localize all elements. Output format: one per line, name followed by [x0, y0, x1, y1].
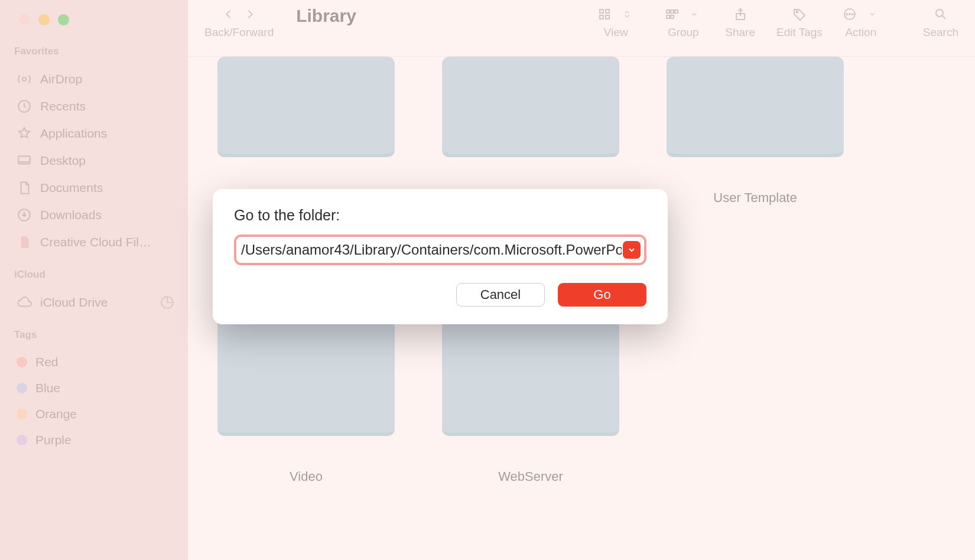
go-button[interactable]: Go: [558, 283, 646, 307]
path-field[interactable]: [234, 235, 646, 265]
expand-history-button[interactable]: [623, 241, 641, 259]
cancel-button[interactable]: Cancel: [456, 283, 545, 307]
go-to-folder-dialog: Go to the folder: Cancel Go: [213, 189, 668, 324]
path-input[interactable]: [240, 239, 623, 261]
finder-window: Favorites AirDrop Recents Applications D…: [0, 0, 975, 560]
dialog-buttons: Cancel Go: [234, 283, 646, 307]
dialog-title: Go to the folder:: [234, 207, 646, 224]
